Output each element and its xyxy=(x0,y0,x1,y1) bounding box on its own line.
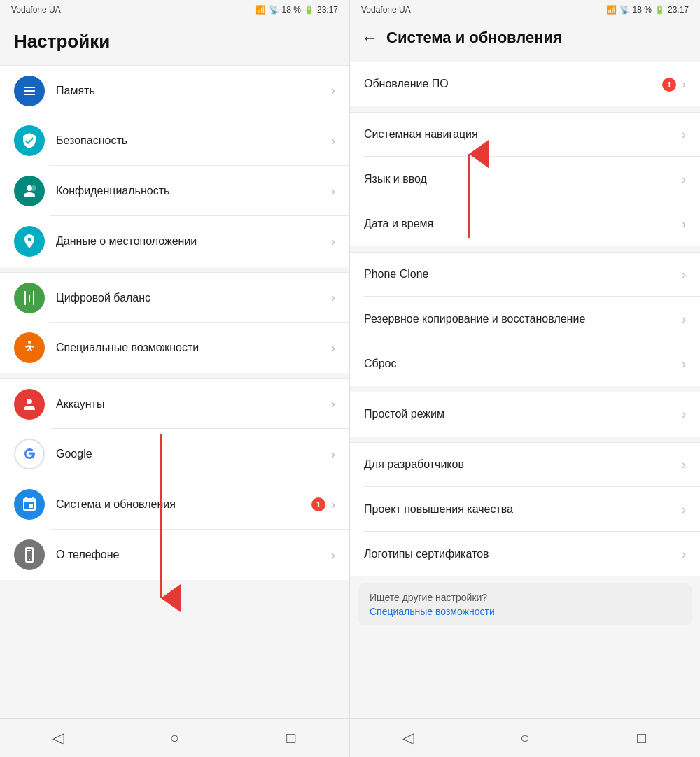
language-chevron: › xyxy=(682,172,686,187)
left-recent-btn[interactable]: □ xyxy=(277,724,305,752)
about-icon xyxy=(14,539,45,570)
google-chevron: › xyxy=(331,447,335,462)
phoneclone-label: Phone Clone xyxy=(364,259,682,290)
right-recent-nav-btn[interactable]: □ xyxy=(628,724,656,752)
left-panel: Vodafone UA 📶 📡 18 % 🔋 23:17 Настройки П… xyxy=(0,0,350,757)
right-item-developer[interactable]: Для разработчиков › xyxy=(350,442,700,487)
left-nav-bar: ◁ ○ □ xyxy=(0,718,349,757)
left-settings-list: Память › Безопасность › Конфиденциальнос… xyxy=(0,59,349,718)
about-chevron: › xyxy=(331,548,335,563)
right-page-title: Система и обновления xyxy=(386,29,562,47)
system-badge: 1 xyxy=(312,497,326,511)
right-battery-icon: 🔋 xyxy=(654,5,665,15)
section-storage-privacy: Память › Безопасность › Конфиденциальнос… xyxy=(0,65,349,267)
right-section-clone: Phone Clone › Резервное копирование и во… xyxy=(350,252,700,386)
right-status-bar: Vodafone UA 📶 📡 18 % 🔋 23:17 xyxy=(350,0,700,20)
left-time: 23:17 xyxy=(317,5,338,15)
accessibility-chevron: › xyxy=(331,341,335,355)
security-icon xyxy=(14,125,45,156)
right-item-navigation[interactable]: Системная навигация › xyxy=(350,112,700,157)
settings-item-location[interactable]: Данные о местоположении › xyxy=(0,216,349,267)
right-item-language[interactable]: Язык и ввод › xyxy=(350,157,700,201)
right-operator: Vodafone UA xyxy=(361,5,411,15)
right-item-simple[interactable]: Простой режим › xyxy=(350,392,700,437)
right-item-update[interactable]: Обновление ПО 1 › xyxy=(350,62,700,106)
language-label: Язык и ввод xyxy=(364,164,682,195)
digital-chevron: › xyxy=(331,290,335,305)
about-label: О телефоне xyxy=(56,549,331,561)
settings-item-privacy[interactable]: Конфиденциальность › xyxy=(0,166,349,216)
left-wifi-icon: 📡 xyxy=(269,5,279,15)
system-chevron: › xyxy=(331,497,335,512)
right-section-update: Обновление ПО 1 › xyxy=(350,62,700,106)
left-battery: 18 % xyxy=(282,5,301,15)
simple-label: Простой режим xyxy=(364,399,682,430)
developer-chevron: › xyxy=(682,458,686,472)
settings-item-digital[interactable]: Цифровой баланс › xyxy=(0,272,349,323)
quality-chevron: › xyxy=(682,502,686,517)
digital-icon xyxy=(14,283,45,313)
accessibility-icon xyxy=(14,332,45,363)
right-time: 23:17 xyxy=(668,5,689,15)
section-digital: Цифровой баланс › Специальные возможност… xyxy=(0,272,349,373)
right-panel: Vodafone UA 📶 📡 18 % 🔋 23:17 ← Система и… xyxy=(350,0,700,757)
search-other-link[interactable]: Специальные возможности xyxy=(370,606,680,617)
right-wifi-icon: 📡 xyxy=(620,5,630,15)
right-nav-bar: ◁ ○ □ xyxy=(350,718,700,757)
update-badge: 1 xyxy=(662,78,676,92)
section-accounts: Аккаунты › Google › Система и обно xyxy=(0,378,349,580)
right-signal-icon: 📶 xyxy=(606,5,617,15)
settings-item-accessibility[interactable]: Специальные возможности › xyxy=(0,323,349,373)
left-page-title: Настройки xyxy=(0,20,349,59)
right-item-backup[interactable]: Резервное копирование и восстановление › xyxy=(350,297,700,341)
security-chevron: › xyxy=(331,134,335,148)
left-battery-icon: 🔋 xyxy=(304,5,314,15)
right-item-quality[interactable]: Проект повышения качества › xyxy=(350,487,700,532)
location-icon xyxy=(14,226,45,257)
settings-item-accounts[interactable]: Аккаунты › xyxy=(0,378,349,429)
phoneclone-chevron: › xyxy=(682,267,686,282)
accessibility-label: Специальные возможности xyxy=(56,341,331,354)
accounts-chevron: › xyxy=(331,397,335,411)
location-chevron: › xyxy=(331,234,335,249)
system-icon xyxy=(14,489,45,520)
settings-item-google[interactable]: Google › xyxy=(0,429,349,479)
accounts-icon xyxy=(14,389,45,420)
right-page-header: ← Система и обновления xyxy=(350,20,700,56)
google-label: Google xyxy=(56,448,331,460)
datetime-label: Дата и время xyxy=(364,208,682,240)
left-signal-icon: 📶 xyxy=(255,5,266,15)
right-home-nav-btn[interactable]: ○ xyxy=(511,724,539,752)
settings-item-security[interactable]: Безопасность › xyxy=(0,115,349,166)
memory-label: Память xyxy=(56,85,331,97)
right-settings-list: Обновление ПО 1 › Системная навигация › … xyxy=(350,56,700,718)
datetime-chevron: › xyxy=(682,217,686,232)
left-back-btn[interactable]: ◁ xyxy=(44,724,72,752)
navigation-label: Системная навигация xyxy=(364,119,682,150)
right-section-dev: Для разработчиков › Проект повышения кач… xyxy=(350,442,700,576)
right-item-datetime[interactable]: Дата и время › xyxy=(350,201,700,246)
right-back-icon[interactable]: ← xyxy=(361,28,378,48)
settings-item-system[interactable]: Система и обновления 1 › xyxy=(0,479,349,530)
security-label: Безопасность xyxy=(56,134,331,147)
accounts-label: Аккаунты xyxy=(56,398,331,411)
location-label: Данные о местоположении xyxy=(56,235,331,248)
right-item-reset[interactable]: Сброс › xyxy=(350,341,700,386)
certs-label: Логотипы сертификатов xyxy=(364,539,682,570)
reset-chevron: › xyxy=(682,357,686,372)
settings-item-about[interactable]: О телефоне › xyxy=(0,530,349,580)
reset-label: Сброс xyxy=(364,348,682,380)
search-other-text: Ищете другие настройки? xyxy=(370,592,680,603)
right-section-nav: Системная навигация › Язык и ввод › Дата… xyxy=(350,112,700,246)
settings-item-memory[interactable]: Память › xyxy=(0,65,349,115)
left-status-bar: Vodafone UA 📶 📡 18 % 🔋 23:17 xyxy=(0,0,349,20)
developer-label: Для разработчиков xyxy=(364,449,682,481)
left-home-btn[interactable]: ○ xyxy=(160,724,188,752)
right-item-certs[interactable]: Логотипы сертификатов › xyxy=(350,532,700,576)
quality-label: Проект повышения качества xyxy=(364,494,682,525)
memory-icon xyxy=(14,76,45,106)
right-back-nav-btn[interactable]: ◁ xyxy=(394,724,422,752)
left-operator: Vodafone UA xyxy=(11,5,61,15)
right-item-phoneclone[interactable]: Phone Clone › xyxy=(350,252,700,297)
google-icon xyxy=(14,439,45,469)
